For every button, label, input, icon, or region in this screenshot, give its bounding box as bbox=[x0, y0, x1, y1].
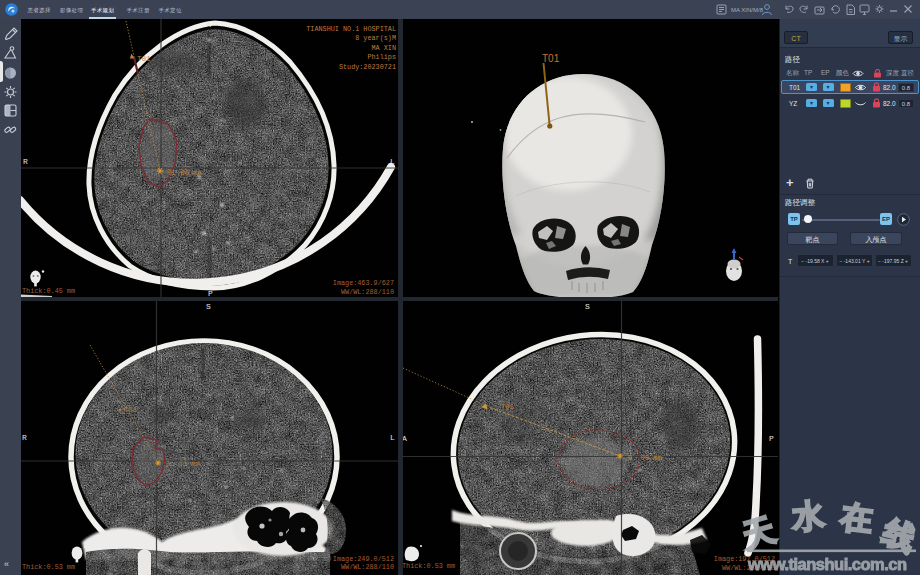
svg-text:Study:20230721: Study:20230721 bbox=[339, 63, 396, 71]
svg-text:L: L bbox=[390, 157, 395, 166]
svg-text:P: P bbox=[769, 434, 774, 443]
svg-text:TIANSHUI NO.1 HOSPITAL: TIANSHUI NO.1 HOSPITAL bbox=[306, 25, 396, 33]
svg-text:MA XIN/M/8: MA XIN/M/8 bbox=[731, 7, 764, 13]
svg-text:R: R bbox=[23, 157, 28, 166]
svg-text:0. 11 mm: 0. 11 mm bbox=[166, 460, 200, 468]
svg-text:8 year(s)M: 8 year(s)M bbox=[355, 34, 396, 42]
svg-text:MA XIN: MA XIN bbox=[372, 44, 396, 52]
svg-text:Image:463.9/627: Image:463.9/627 bbox=[333, 279, 394, 287]
svg-text:L: L bbox=[390, 433, 395, 442]
svg-text:Image:249.0/512: Image:249.0/512 bbox=[333, 555, 394, 563]
svg-text:T01: T01 bbox=[137, 55, 151, 63]
svg-text:Thick:0.53 mm: Thick:0.53 mm bbox=[402, 562, 455, 570]
svg-text:S: S bbox=[206, 302, 211, 311]
svg-text:Philips: Philips bbox=[367, 53, 396, 61]
svg-text:Image:197.0/512: Image:197.0/512 bbox=[714, 555, 775, 563]
svg-text:0. 00 mm: 0. 00 mm bbox=[168, 169, 202, 177]
svg-text:Thick:0.45 mm: Thick:0.45 mm bbox=[22, 287, 75, 295]
svg-text:Thick:0.53 mm: Thick:0.53 mm bbox=[22, 563, 75, 571]
svg-text:WW/WL:288/110: WW/WL:288/110 bbox=[341, 563, 394, 571]
svg-text:S: S bbox=[585, 302, 590, 311]
svg-text:WW/WL:288/110: WW/WL:288/110 bbox=[341, 288, 394, 296]
svg-text:A: A bbox=[206, 20, 211, 29]
svg-text:R: R bbox=[22, 433, 27, 442]
svg-text:0. 00 mm: 0. 00 mm bbox=[628, 454, 662, 462]
svg-text:P: P bbox=[208, 289, 213, 298]
svg-text:WW/WL:288/110: WW/WL:288/110 bbox=[722, 564, 775, 572]
svg-text:T01: T01 bbox=[501, 403, 514, 411]
svg-text:T01: T01 bbox=[542, 53, 560, 64]
svg-text:T01: T01 bbox=[124, 406, 137, 414]
svg-text:«: « bbox=[4, 559, 9, 569]
